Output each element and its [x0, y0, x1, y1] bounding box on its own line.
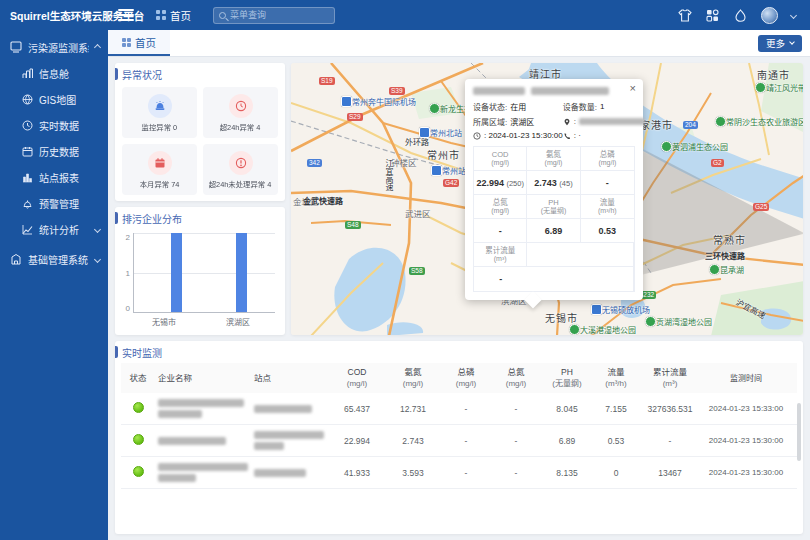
heatmap-flame-icon[interactable] — [733, 8, 748, 23]
realtime-panel: 实时监测 状态 企业名称 站点 COD(mg/l) 氨氮(mg/l) 总磷(mg… — [115, 341, 803, 534]
road-badge: S39 — [389, 87, 405, 95]
collapse-icon — [94, 43, 101, 50]
plot-area — [133, 233, 275, 313]
abnormal-status-panel: 异常状况 监控异常 0 — [115, 63, 285, 201]
expand-icon — [94, 255, 101, 262]
table-row[interactable]: 22.994 2.743 - - 6.89 0.53 - 2024-01-23 … — [121, 425, 797, 457]
bar-chart: 2 1 0 — [115, 229, 285, 329]
sidebar-system-basic-label: 基础管理系统 — [28, 252, 89, 267]
sidebar-item-info-cabin[interactable]: 信息舱 — [0, 60, 108, 86]
user-menu-chevron-icon[interactable] — [790, 11, 797, 18]
monitor-time-field: : 2024-01-23 15:30:00 — [473, 131, 563, 140]
ph-value: 6.89 — [541, 436, 593, 446]
tab-home[interactable]: 首页 — [108, 30, 170, 56]
more-chevron-icon — [789, 39, 795, 45]
stat-card-over24h-abnormal[interactable]: 超24h异常 4 — [203, 87, 278, 138]
metric-header: 氨氮(mg/l) — [527, 147, 580, 171]
stat-card-month-abnormal[interactable]: 本月异常 74 — [122, 144, 197, 195]
table-scrollbar[interactable] — [797, 403, 801, 461]
metric-value: 2.743 (45) — [527, 171, 580, 195]
status-dot-green — [133, 466, 144, 477]
road-badge: S19 — [319, 77, 335, 85]
nh3n-value: 2.743 — [385, 436, 441, 446]
road-badge: S29 — [347, 113, 363, 121]
tab-home-icon — [122, 38, 131, 47]
total-flow-value: - — [639, 436, 701, 446]
tn-value: - — [491, 436, 541, 446]
search-input[interactable] — [230, 10, 329, 20]
sidebar-item-realtime-data[interactable]: 实时数据 — [0, 112, 108, 138]
metric-value: - — [474, 219, 527, 243]
road-badge: G25 — [753, 203, 769, 211]
table-row[interactable]: 41.933 3.593 - - 8.135 0 13467 2024-01-2… — [121, 457, 797, 489]
clock-alert-icon — [229, 94, 253, 118]
sidebar-system-basic[interactable]: 基础管理系统 — [0, 246, 108, 272]
station-popup: × 设备状态:在用 设备数量:1 所属区域:滨 — [465, 79, 643, 300]
tn-value: - — [491, 404, 541, 414]
sidebar-item-alert-management[interactable]: 预警管理 — [0, 190, 108, 216]
sidebar-item-statistics[interactable]: 统计分析 — [0, 216, 108, 242]
breadcrumb-home[interactable]: 首页 — [170, 8, 191, 23]
company-name-blurred — [155, 463, 251, 482]
col-ph: PH(无量纲) — [541, 367, 593, 389]
more-button-label: 更多 — [766, 36, 785, 50]
metric-header: 总磷(mg/l) — [581, 147, 634, 171]
cod-value: 65.437 — [329, 404, 385, 414]
site-name-blurred — [251, 404, 329, 414]
multi-screen-icon[interactable] — [705, 8, 720, 23]
topbar-actions — [677, 7, 810, 24]
realtime-panel-title: 实时监测 — [115, 341, 803, 363]
sidebar-item-gis-map[interactable]: GIS地图 — [0, 86, 108, 112]
tp-value: - — [441, 404, 491, 414]
breadcrumb[interactable]: 首页 — [156, 8, 191, 23]
flow-value: 7.155 — [593, 404, 639, 414]
stat-card-monitor-abnormal[interactable]: 监控异常 0 — [122, 87, 197, 138]
device-status-field: 设备状态:在用 — [473, 101, 563, 112]
sidebar-item-history-data[interactable]: 历史数据 — [0, 138, 108, 164]
region-field: 所属区域:滨湖区 — [473, 116, 563, 127]
col-nh3n: 氨氮(mg/l) — [385, 367, 441, 389]
more-button[interactable]: 更多 — [758, 35, 802, 52]
col-status: 状态 — [121, 373, 155, 384]
abnormal-panel-title: 异常状况 — [115, 63, 285, 85]
sidebar-item-station-report[interactable]: 站点报表 — [0, 164, 108, 190]
col-total-flow: 累计流量(m³) — [639, 367, 701, 389]
sidebar-system-pollution[interactable]: 污染源监测系统 — [0, 34, 108, 60]
nh3n-value: 12.731 — [385, 404, 441, 414]
realtime-table: 状态 企业名称 站点 COD(mg/l) 氨氮(mg/l) 总磷(mg/l) 总… — [115, 363, 803, 489]
table-header-row: 状态 企业名称 站点 COD(mg/l) 氨氮(mg/l) 总磷(mg/l) 总… — [121, 363, 797, 393]
road-badge: 342 — [307, 159, 322, 167]
metric-header: 累计流量(m³) — [474, 243, 527, 267]
ph-value: 8.135 — [541, 468, 593, 478]
x-axis-labels: 无锡市 滨湖区 — [127, 316, 275, 327]
bar-binhu[interactable] — [236, 233, 247, 312]
menu-toggle-icon[interactable] — [118, 9, 134, 21]
exclamation-circle-icon — [229, 151, 253, 175]
metric-empty — [527, 267, 634, 291]
bar-wuxi[interactable] — [171, 233, 182, 312]
company-name-blurred — [155, 436, 251, 446]
sidebar: 污染源监测系统 信息舱 GIS地图 实时数据 历史数据 站点报表 预警管理 — [0, 30, 108, 540]
road-badge: G2 — [711, 159, 724, 167]
distribution-panel-title: 排污企业分布 — [115, 207, 285, 229]
gis-map[interactable]: 靖江市南通市张家港市常州市常熟市无锡市钟楼区武进区金坛区滨湖区外环路江宜高速金武… — [291, 63, 803, 335]
table-row[interactable]: 65.437 12.731 - - 8.045 7.155 327636.531… — [121, 393, 797, 425]
sidebar-system-pollution-label: 污染源监测系统 — [28, 40, 89, 55]
nh3n-value: 3.593 — [385, 468, 441, 478]
theme-skin-icon[interactable] — [677, 8, 692, 23]
road-badge: G42 — [443, 179, 459, 187]
metric-value: 22.994 (250) — [474, 171, 527, 195]
phone-field: : · — [563, 131, 645, 140]
user-avatar[interactable] — [761, 7, 778, 24]
status-dot-green — [133, 402, 144, 413]
stat-label: 超24h未处理异常 4 — [209, 178, 272, 188]
popup-close-icon[interactable]: × — [630, 83, 636, 94]
flow-value: 0 — [593, 468, 639, 478]
col-flow: 流量(m³/h) — [593, 367, 639, 389]
col-tn: 总氮(mg/l) — [491, 367, 541, 389]
y-axis: 2 1 0 — [121, 233, 133, 325]
menu-search[interactable] — [213, 7, 335, 24]
stat-card-over24h-unhandled[interactable]: 超24h未处理异常 4 — [203, 144, 278, 195]
sidebar-item-label: 历史数据 — [39, 144, 100, 159]
site-name-blurred — [251, 468, 329, 478]
